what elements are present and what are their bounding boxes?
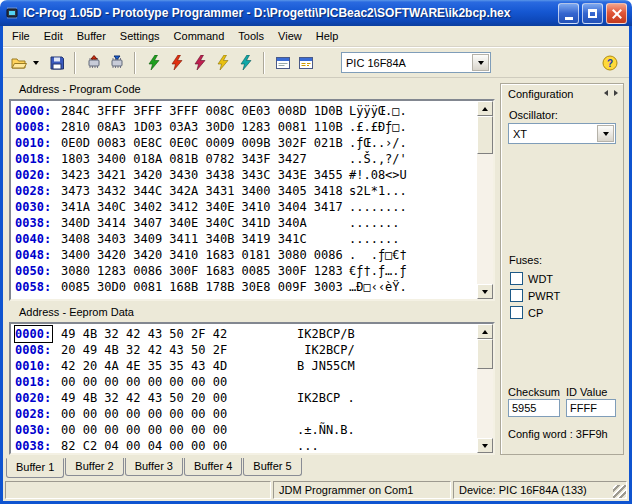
fuse-pwrt-checkbox[interactable]: PWRT [510, 289, 560, 302]
app-window: IC-Prog 1.05D - Prototype Programmer - D… [0, 0, 632, 504]
status-device-text: Device: PIC 16F84A (133) [459, 484, 587, 496]
ascii-values: LÿÿÿŒ.□. [349, 103, 407, 119]
program-code-row[interactable]: 0008:2810 08A3 1D03 03A3 30D0 1283 0081 … [15, 119, 475, 135]
eeprom-row[interactable]: 0028:00 00 00 00 00 00 00 00 [15, 406, 475, 422]
hex-values: 0E0D 0083 0E8C 0E0C 0009 009B 302F 021B [61, 135, 349, 151]
oscillator-dropdown-button[interactable] [597, 125, 614, 142]
resize-grip[interactable] [613, 485, 626, 498]
read-chip-icon [86, 55, 102, 71]
program-code-row[interactable]: 0048:3400 3420 3420 3410 1683 0181 3080 … [15, 247, 475, 263]
verify-button[interactable] [188, 51, 211, 74]
write-chip-button[interactable] [105, 51, 128, 74]
eeprom-view[interactable]: 0000:49 4B 32 42 43 50 2F 42IK2BCP/B 000… [9, 322, 495, 455]
eeprom-row[interactable]: 0038:82 C2 04 00 04 00 00 00... [15, 438, 475, 454]
menu-bar: File Edit Buffer Settings Command Tools … [3, 26, 629, 47]
program-code-row[interactable]: 0058:0085 30D0 0081 168B 178B 30E8 009F … [15, 279, 475, 295]
program-code-row[interactable]: 0010:0E0D 0083 0E8C 0E0C 0009 009B 302F … [15, 135, 475, 151]
hex-values: 42 20 4A 4E 35 35 43 4D [61, 358, 297, 374]
scrollbar-track[interactable] [477, 116, 493, 284]
menu-item-command[interactable]: Command [167, 27, 232, 45]
eeprom-row[interactable]: 0008:20 49 4B 32 42 43 50 2F IK2BCP/ [15, 342, 475, 358]
program-all-button[interactable] [142, 51, 165, 74]
scrollbar-thumb[interactable] [477, 339, 493, 369]
tab-buffer-4[interactable]: Buffer 4 [184, 458, 242, 476]
program-code-row[interactable]: 0038:340D 3414 3407 340E 340C 341D 340A.… [15, 215, 475, 231]
hex-values: 00 00 00 00 00 00 00 00 [61, 422, 297, 438]
eeprom-row[interactable]: 0018:00 00 00 00 00 00 00 00 [15, 374, 475, 390]
tab-buffer-2[interactable]: Buffer 2 [65, 458, 123, 476]
arrow-down-icon [482, 444, 488, 448]
fuse-wdt-checkbox[interactable]: WDT [510, 272, 553, 285]
minimize-button[interactable] [558, 3, 579, 24]
program-code-row[interactable]: 0040:3408 3403 3409 3411 340B 3419 341C.… [15, 231, 475, 247]
tab-buffer-3[interactable]: Buffer 3 [125, 458, 183, 476]
blank-check-button[interactable] [211, 51, 234, 74]
eeprom-row[interactable]: 0010:42 20 4A 4E 35 35 43 4DB JN55CM [15, 358, 475, 374]
program-code-row[interactable]: 0028:3473 3432 344C 342A 3431 3400 3405 … [15, 183, 475, 199]
tab-buffer-1[interactable]: Buffer 1 [6, 458, 64, 478]
address-label: 0018: [15, 151, 61, 167]
address-label: 0038: [15, 438, 61, 454]
hex-values: 49 4B 32 42 43 50 2F 42 [61, 326, 297, 342]
menu-item-edit[interactable]: Edit [37, 27, 70, 45]
menu-item-tools[interactable]: Tools [231, 27, 271, 45]
menu-item-help[interactable]: Help [309, 27, 346, 45]
config-word: Config word : 3FF9h [508, 428, 608, 440]
help-button[interactable]: ? [598, 51, 621, 74]
menu-item-settings[interactable]: Settings [113, 27, 167, 45]
config-next-button[interactable] [614, 90, 618, 96]
scroll-up-button[interactable] [477, 324, 493, 339]
program-code-row[interactable]: 0050:3080 1283 0086 300F 1683 0085 300F … [15, 263, 475, 279]
eeprom-row[interactable]: 0030:00 00 00 00 00 00 00 00.±.ÑN.B. [15, 422, 475, 438]
eeprom-row[interactable]: 0020:49 4B 32 42 43 50 20 00IK2BCP . [15, 390, 475, 406]
checksum-value[interactable]: 5955 [508, 399, 560, 417]
close-button[interactable] [606, 3, 627, 24]
id-value[interactable]: FFFF [566, 399, 616, 417]
arrow-down-icon [482, 290, 488, 294]
chevron-down-icon [33, 61, 39, 65]
maximize-button[interactable] [582, 3, 603, 24]
scrollbar-thumb[interactable] [477, 116, 493, 154]
scrollbar-track[interactable] [477, 339, 493, 438]
open-file-dropdown[interactable] [30, 51, 42, 74]
address-label-selected: 0000: [15, 326, 52, 342]
code-window-button[interactable] [271, 51, 294, 74]
menu-item-view[interactable]: View [271, 27, 309, 45]
eeprom-row[interactable]: 0000:49 4B 32 42 43 50 2F 42IK2BCP/B [15, 326, 475, 342]
eeprom-scrollbar[interactable] [477, 324, 493, 453]
configuration-panel: Configuration Oscillator: XT Fuses: WDT [500, 83, 624, 455]
menu-item-buffer[interactable]: Buffer [70, 27, 113, 45]
address-label: 0010: [15, 135, 61, 151]
program-code-row[interactable]: 0018:1803 3400 018A 081B 0782 343F 3427.… [15, 151, 475, 167]
program-code-row[interactable]: 0020:3423 3421 3420 3430 3438 343C 343E … [15, 167, 475, 183]
address-label: 0020: [15, 390, 61, 406]
address-label: 0018: [15, 374, 61, 390]
program-code-view[interactable]: 0000:284C 3FFF 3FFF 3FFF 008C 0E03 008D … [9, 99, 495, 301]
device-dropdown-button[interactable] [472, 54, 489, 71]
save-file-button[interactable] [45, 51, 68, 74]
menu-item-file[interactable]: File [5, 27, 37, 45]
fuse-wdt-label: WDT [528, 273, 553, 285]
chevron-down-icon [478, 61, 484, 65]
data-window-button[interactable] [294, 51, 317, 74]
yellow-bolt-icon [215, 55, 231, 71]
address-label: 0050: [15, 263, 61, 279]
scroll-down-button[interactable] [477, 284, 493, 299]
scroll-up-button[interactable] [477, 101, 493, 116]
tab-buffer-5[interactable]: Buffer 5 [243, 458, 301, 476]
device-selector[interactable]: PIC 16F84A [341, 52, 491, 73]
smart-program-button[interactable] [234, 51, 257, 74]
program-code-scrollbar[interactable] [477, 101, 493, 299]
config-prev-button[interactable] [604, 90, 608, 96]
address-label: 0040: [15, 231, 61, 247]
erase-all-button[interactable] [165, 51, 188, 74]
scroll-down-button[interactable] [477, 438, 493, 453]
data-window-icon [298, 55, 314, 71]
read-chip-button[interactable] [82, 51, 105, 74]
program-code-row[interactable]: 0030:341A 340C 3402 3412 340E 3410 3404 … [15, 199, 475, 215]
fuse-cp-checkbox[interactable]: CP [510, 306, 543, 319]
oscillator-selector[interactable]: XT [508, 123, 616, 144]
program-code-row[interactable]: 0000:284C 3FFF 3FFF 3FFF 008C 0E03 008D … [15, 103, 475, 119]
open-file-button[interactable] [7, 51, 30, 74]
save-icon [49, 55, 65, 71]
